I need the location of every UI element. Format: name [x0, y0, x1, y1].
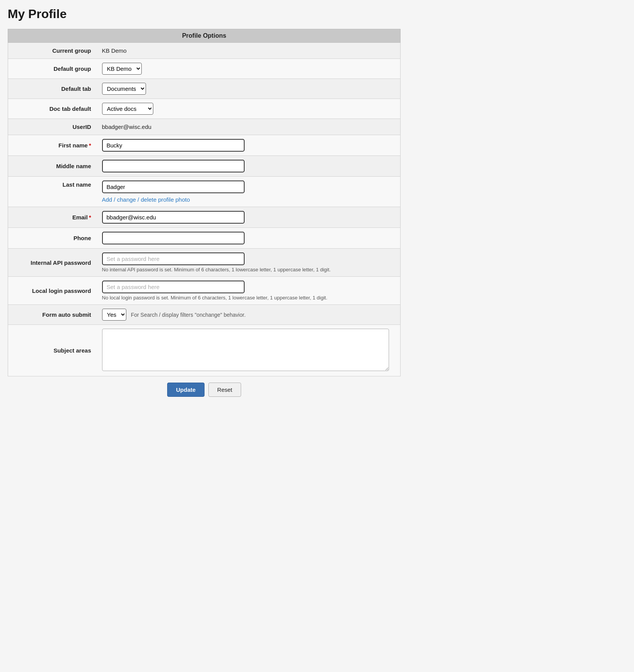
- phone-input[interactable]: [102, 232, 245, 244]
- table-header: Profile Options: [8, 29, 401, 43]
- email-input[interactable]: [102, 211, 245, 224]
- subject-areas-row: Subject areas: [8, 325, 401, 376]
- middle-name-input[interactable]: [102, 160, 245, 172]
- update-button[interactable]: Update: [167, 383, 205, 397]
- api-password-input[interactable]: [102, 252, 245, 265]
- reset-button[interactable]: Reset: [208, 383, 241, 397]
- default-group-label: Default group: [8, 59, 97, 79]
- middle-name-label: Middle name: [8, 156, 97, 177]
- phone-label: Phone: [8, 228, 97, 249]
- email-label: Email*: [8, 207, 97, 228]
- last-name-row: Last name Add / change / delete profile …: [8, 177, 401, 207]
- form-auto-submit-hint: For Search / display filters "onchange" …: [131, 312, 246, 318]
- photo-link[interactable]: Add / change / delete profile photo: [102, 196, 395, 203]
- default-tab-select[interactable]: Documents Search Browse: [102, 83, 146, 95]
- first-name-required: *: [89, 142, 91, 149]
- default-group-row: Default group KB Demo: [8, 59, 401, 79]
- page-title: My Profile: [8, 7, 401, 21]
- api-password-label: Internal API password: [8, 249, 97, 277]
- doc-tab-default-select[interactable]: Active docs All docs Archived docs: [102, 103, 153, 115]
- subject-areas-input[interactable]: [102, 329, 389, 371]
- userid-value: bbadger@wisc.edu: [97, 119, 401, 135]
- current-group-value: KB Demo: [97, 43, 401, 59]
- local-password-hint: No local login password is set. Minimum …: [102, 295, 395, 301]
- form-auto-submit-row: Form auto submit Yes No For Search / dis…: [8, 305, 401, 325]
- form-auto-submit-select[interactable]: Yes No: [102, 309, 126, 321]
- default-tab-label: Default tab: [8, 79, 97, 99]
- doc-tab-default-label: Doc tab default: [8, 99, 97, 119]
- middle-name-row: Middle name: [8, 156, 401, 177]
- default-group-select[interactable]: KB Demo: [102, 63, 142, 75]
- api-password-hint: No internal API password is set. Minimum…: [102, 267, 395, 272]
- first-name-label: First name*: [8, 135, 97, 156]
- userid-row: UserID bbadger@wisc.edu: [8, 119, 401, 135]
- phone-row: Phone: [8, 228, 401, 249]
- first-name-input[interactable]: [102, 139, 245, 152]
- api-password-row: Internal API password No internal API pa…: [8, 249, 401, 277]
- profile-table: Profile Options Current group KB Demo De…: [8, 29, 401, 376]
- local-password-label: Local login password: [8, 277, 97, 305]
- default-tab-row: Default tab Documents Search Browse: [8, 79, 401, 99]
- first-name-row: First name*: [8, 135, 401, 156]
- last-name-input[interactable]: [102, 181, 245, 193]
- userid-label: UserID: [8, 119, 97, 135]
- actions-row: Update Reset: [8, 376, 401, 399]
- last-name-label: Last name: [8, 177, 97, 207]
- form-auto-submit-label: Form auto submit: [8, 305, 97, 325]
- current-group-label: Current group: [8, 43, 97, 59]
- doc-tab-default-row: Doc tab default Active docs All docs Arc…: [8, 99, 401, 119]
- email-row: Email*: [8, 207, 401, 228]
- local-password-row: Local login password No local login pass…: [8, 277, 401, 305]
- current-group-row: Current group KB Demo: [8, 43, 401, 59]
- email-required: *: [89, 214, 91, 221]
- local-password-input[interactable]: [102, 281, 245, 293]
- subject-areas-label: Subject areas: [8, 325, 97, 376]
